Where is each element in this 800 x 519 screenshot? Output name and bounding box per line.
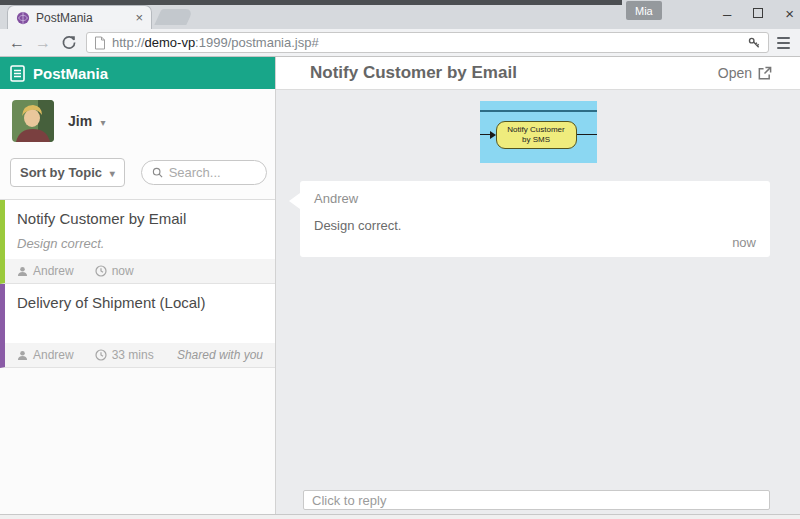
diagram-arrowhead	[490, 131, 496, 139]
key-icon-wrap	[748, 36, 761, 49]
key-icon[interactable]	[748, 36, 761, 49]
window-minimize-icon[interactable]: –	[723, 6, 731, 21]
topic-preview: Design correct.	[17, 236, 263, 253]
search-icon	[152, 166, 163, 179]
sidebar-header: PostMania	[0, 57, 275, 89]
open-external-icon	[757, 66, 772, 81]
url-rest: :1999/postmania.jsp#	[195, 35, 319, 50]
topic-time-group: 33 mins	[95, 348, 154, 362]
profile-row: Jim ▾	[0, 89, 275, 150]
tab-close-icon[interactable]: ×	[135, 11, 143, 24]
browser-window: PostMania × Mia – × ← → http://demo-vp:1…	[0, 0, 800, 519]
open-label: Open	[718, 65, 752, 81]
topic-main: Notify Customer by Email Design correct.	[5, 200, 275, 259]
topic-time: now	[112, 264, 134, 278]
message-card: Andrew Design correct. now	[300, 181, 770, 257]
topic-main: Delivery of Shipment (Local)	[5, 284, 275, 343]
app-content: PostMania Jim ▾ Sor	[0, 57, 800, 519]
window-controls: – ×	[723, 0, 794, 26]
window-maximize-icon[interactable]	[753, 8, 763, 18]
address-bar[interactable]: http://demo-vp:1999/postmania.jsp#	[86, 32, 769, 53]
search-box[interactable]	[141, 160, 267, 185]
back-icon[interactable]: ←	[8, 35, 26, 51]
topic-list: Notify Customer by Email Design correct.…	[0, 199, 275, 368]
diagram-task-node: Notify Customer by SMS	[496, 121, 577, 149]
tab-title: PostMania	[36, 11, 129, 25]
discussion-area: Notify Customer by SMS Andrew Design cor…	[276, 90, 800, 519]
url-scheme: http://	[112, 35, 145, 50]
browser-tab[interactable]: PostMania ×	[7, 5, 152, 29]
person-icon	[17, 350, 28, 361]
main-panel: Notify Customer by Email Open Notify Cus…	[276, 57, 800, 519]
open-link[interactable]: Open	[718, 65, 772, 81]
browser-toolbar: ← → http://demo-vp:1999/postmania.jsp#	[0, 29, 800, 57]
sidebar-controls: Sort by Topic ▾	[0, 150, 275, 199]
topic-preview	[17, 320, 263, 337]
main-header: Notify Customer by Email Open	[276, 57, 800, 90]
url-host: demo-vp	[145, 35, 196, 50]
topic-title: Delivery of Shipment (Local)	[17, 294, 263, 311]
clock-icon	[95, 265, 107, 277]
person-icon	[17, 266, 28, 277]
topic-time: 33 mins	[112, 348, 154, 362]
diagram-outgoing-flow	[577, 134, 597, 135]
sort-button-label: Sort by Topic	[20, 165, 102, 180]
diagram-thumbnail[interactable]: Notify Customer by SMS	[480, 101, 597, 163]
topic-item-delivery-of-shipment[interactable]: Delivery of Shipment (Local) Andrew	[0, 284, 275, 368]
topic-title: Notify Customer by Email	[17, 210, 263, 227]
reply-input[interactable]	[303, 490, 770, 510]
user-menu[interactable]: Jim ▾	[68, 112, 106, 130]
postmania-favicon	[16, 11, 30, 25]
topic-author: Andrew	[33, 264, 74, 278]
browser-menu-icon[interactable]	[777, 37, 792, 49]
topic-item-notify-customer-by-email[interactable]: Notify Customer by Email Design correct.…	[0, 200, 275, 284]
page-title: Notify Customer by Email	[310, 63, 718, 83]
sidebar: PostMania Jim ▾ Sor	[0, 57, 276, 519]
avatar[interactable]	[12, 100, 54, 142]
message-author: Andrew	[314, 191, 756, 206]
app-title: PostMania	[33, 65, 108, 82]
clock-icon	[95, 349, 107, 361]
topic-footer: Andrew 33 mins Shared with you	[5, 343, 275, 367]
window-close-icon[interactable]: ×	[785, 6, 794, 21]
browser-profile-chip[interactable]: Mia	[626, 1, 662, 20]
url-text: http://demo-vp:1999/postmania.jsp#	[112, 35, 319, 50]
sort-by-topic-button[interactable]: Sort by Topic ▾	[10, 158, 125, 187]
topic-author: Andrew	[33, 348, 74, 362]
postmania-logo-icon	[10, 65, 25, 82]
diagram-lane-line	[480, 110, 597, 112]
search-input[interactable]	[169, 165, 256, 180]
topic-time-group: now	[95, 264, 134, 278]
browser-titlebar: PostMania × Mia – ×	[0, 0, 800, 29]
chevron-down-icon: ▾	[110, 168, 115, 179]
forward-icon[interactable]: →	[34, 35, 52, 51]
window-bottom-edge	[0, 514, 800, 519]
message-body: Design correct.	[314, 218, 756, 233]
topic-footer: Andrew now	[5, 259, 275, 283]
reload-icon[interactable]	[60, 35, 78, 50]
message-time: now	[314, 235, 756, 250]
topic-shared-label: Shared with you	[177, 348, 263, 362]
chevron-down-icon: ▾	[101, 117, 106, 128]
page-icon	[94, 36, 106, 50]
user-name: Jim	[68, 113, 92, 129]
new-tab-button[interactable]	[154, 9, 193, 25]
